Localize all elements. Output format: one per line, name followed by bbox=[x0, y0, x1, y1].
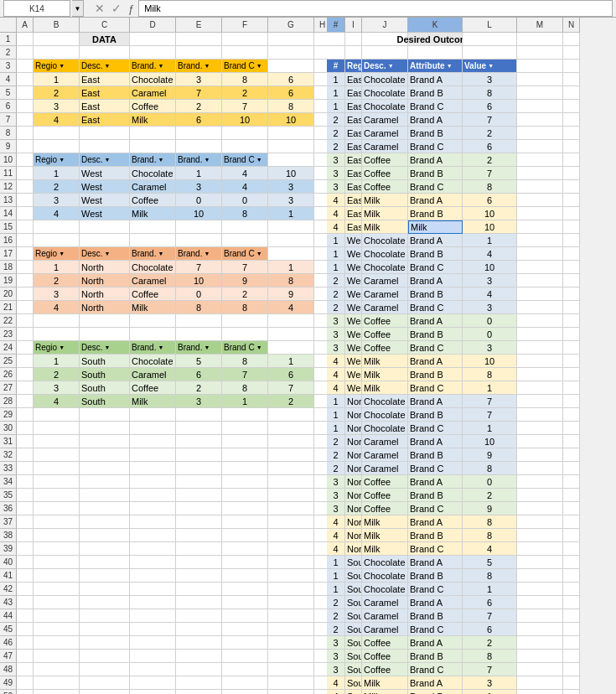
cell-a2[interactable] bbox=[17, 46, 34, 60]
desired-row-38: 1 South Chocolate Brand B 8 bbox=[327, 569, 616, 583]
desired-row-42: 2 South Caramel Brand C 6 bbox=[327, 623, 616, 636]
desired-header-region[interactable]: Region bbox=[345, 60, 362, 73]
desired-row-27: 1 North Chocolate Brand C 1 bbox=[327, 422, 616, 435]
cell-a3[interactable] bbox=[17, 60, 34, 73]
cell-e3-brand2[interactable]: Brand. bbox=[176, 60, 222, 73]
row-47: 47 bbox=[0, 650, 327, 663]
grid-area: A B C D E F G H 1 DATA bbox=[0, 18, 616, 694]
insert-function-icon[interactable]: ƒ bbox=[126, 3, 137, 15]
row-44: 44 bbox=[0, 609, 327, 623]
row-8: 8 bbox=[0, 127, 327, 140]
cell-c3-desc[interactable]: Desc. bbox=[80, 60, 130, 73]
cell-f2[interactable] bbox=[222, 46, 268, 60]
desired-row-24: 4 West Milk Brand C 1 bbox=[327, 381, 616, 395]
cell-e2[interactable] bbox=[176, 46, 222, 60]
right-row-2 bbox=[327, 46, 616, 60]
rh-7: 7 bbox=[0, 113, 17, 127]
row-21: 21 4 North Milk 8 8 4 bbox=[0, 301, 327, 314]
desired-row-40: 2 South Caramel Brand A 6 bbox=[327, 596, 616, 609]
col-header-m[interactable]: M bbox=[517, 18, 563, 33]
right-col-header-row: # I J K L M N bbox=[327, 18, 616, 33]
row-45: 45 bbox=[0, 623, 327, 636]
cell-h1[interactable] bbox=[314, 33, 327, 46]
desired-row-19: 3 West Coffee Brand A 0 bbox=[327, 314, 616, 328]
cell-ref-dropdown[interactable]: ▼ bbox=[72, 0, 84, 17]
col-header-d[interactable]: D bbox=[130, 18, 176, 33]
cell-b1[interactable] bbox=[34, 33, 80, 46]
cell-d2[interactable] bbox=[130, 46, 176, 60]
row-3-east-header: 3 Regio Desc. Brand. Brand. Brand C bbox=[0, 60, 327, 73]
cell-d3-brand1[interactable]: Brand. bbox=[130, 60, 176, 73]
row-40: 40 bbox=[0, 556, 327, 569]
corner-cell bbox=[0, 18, 17, 33]
row-32: 32 bbox=[0, 448, 327, 462]
desired-row-33: 3 North Coffee Brand C 9 bbox=[327, 502, 616, 515]
cell-g2[interactable] bbox=[268, 46, 314, 60]
col-header-row: A B C D E F G H bbox=[0, 18, 327, 33]
row-23: 23 bbox=[0, 328, 327, 341]
row-10-west-header: 10 Regio Desc. Brand. Brand. Brand C bbox=[0, 153, 327, 167]
row-29: 29 bbox=[0, 408, 327, 422]
cancel-formula-icon[interactable]: ✕ bbox=[92, 2, 107, 15]
right-row-1: Desired Outcome bbox=[327, 33, 616, 46]
formula-input[interactable]: Milk bbox=[138, 0, 613, 17]
desired-row-17: 2 West Caramel Brand B 4 bbox=[327, 287, 616, 301]
cell-b2[interactable] bbox=[34, 46, 80, 60]
cell-g1[interactable] bbox=[268, 33, 314, 46]
cell-c2[interactable] bbox=[80, 46, 130, 60]
row-30: 30 bbox=[0, 422, 327, 435]
desired-row-47: 4 South Milk Brand B 1 bbox=[327, 690, 616, 694]
col-header-e[interactable]: E bbox=[176, 18, 222, 33]
col-header-f[interactable]: F bbox=[222, 18, 268, 33]
cell-c1-data-header[interactable]: DATA bbox=[80, 33, 130, 46]
cell-ref-box[interactable]: K14 bbox=[3, 0, 70, 17]
cell-h2[interactable] bbox=[314, 46, 327, 60]
cell-f1[interactable] bbox=[222, 33, 268, 46]
cell-d1[interactable] bbox=[130, 33, 176, 46]
left-panel: A B C D E F G H 1 DATA bbox=[0, 18, 327, 694]
row-20: 20 3 North Coffee 0 2 9 bbox=[0, 287, 327, 301]
col-header-n[interactable]: N bbox=[563, 18, 580, 33]
desired-row-10: 4 East Milk Brand A 6 bbox=[327, 194, 616, 207]
col-header-a[interactable]: A bbox=[17, 18, 34, 33]
row-31: 31 bbox=[0, 435, 327, 448]
desired-row-11: 4 East Milk Brand B 10 bbox=[327, 207, 616, 220]
desired-header-attr[interactable]: Attribute bbox=[408, 60, 463, 73]
col-header-h[interactable]: H bbox=[314, 18, 327, 33]
desired-row-31: 3 North Coffee Brand A 0 bbox=[327, 475, 616, 489]
cell-b3-region[interactable]: Regio bbox=[34, 60, 80, 73]
row-19: 19 2 North Caramel 10 9 8 bbox=[0, 274, 327, 287]
cell-g3[interactable] bbox=[268, 60, 314, 73]
desired-row-44: 3 South Coffee Brand B 8 bbox=[327, 650, 616, 663]
desired-row-30: 2 North Caramel Brand C 8 bbox=[327, 462, 616, 475]
col-header-i[interactable]: I bbox=[345, 18, 362, 33]
desired-row-32: 3 North Coffee Brand B 2 bbox=[327, 489, 616, 502]
desired-row-12-selected: 4 East Milk Milk 10 bbox=[327, 220, 616, 234]
rh-3: 3 bbox=[0, 60, 17, 73]
desired-header-val[interactable]: Value bbox=[463, 60, 517, 73]
desired-header-desc[interactable]: Desc. bbox=[362, 60, 408, 73]
row-18: 18 1 North Chocolate 7 7 1 bbox=[0, 261, 327, 274]
desired-row-5: 2 East Caramel Brand B 2 bbox=[327, 127, 616, 140]
col-header-b[interactable]: B bbox=[34, 18, 80, 33]
row-27: 27 3 South Coffee 2 8 7 bbox=[0, 381, 327, 395]
col-header-l[interactable]: L bbox=[463, 18, 517, 33]
cell-a1[interactable] bbox=[17, 33, 34, 46]
rh-2: 2 bbox=[0, 46, 17, 60]
desired-row-36: 4 North Milk Brand C 4 bbox=[327, 542, 616, 556]
col-header-hash[interactable]: # bbox=[327, 18, 345, 33]
cell-e1[interactable] bbox=[176, 33, 222, 46]
row-34: 34 bbox=[0, 475, 327, 489]
cell-f3-brand3[interactable]: Brand C bbox=[222, 60, 268, 73]
col-header-c[interactable]: C bbox=[80, 18, 130, 33]
col-header-k[interactable]: K bbox=[408, 18, 463, 33]
desired-row-25: 1 North Chocolate Brand A 7 bbox=[327, 395, 616, 408]
cell-h3[interactable] bbox=[314, 60, 327, 73]
selected-cell-k14[interactable]: Milk bbox=[408, 220, 463, 234]
desired-row-21: 3 West Coffee Brand C 3 bbox=[327, 341, 616, 355]
desired-header-num[interactable]: # bbox=[327, 60, 345, 73]
confirm-formula-icon[interactable]: ✓ bbox=[109, 2, 124, 15]
col-header-g[interactable]: G bbox=[268, 18, 314, 33]
desired-row-2: 1 East Chocolate Brand B 8 bbox=[327, 86, 616, 100]
col-header-j[interactable]: J bbox=[362, 18, 408, 33]
